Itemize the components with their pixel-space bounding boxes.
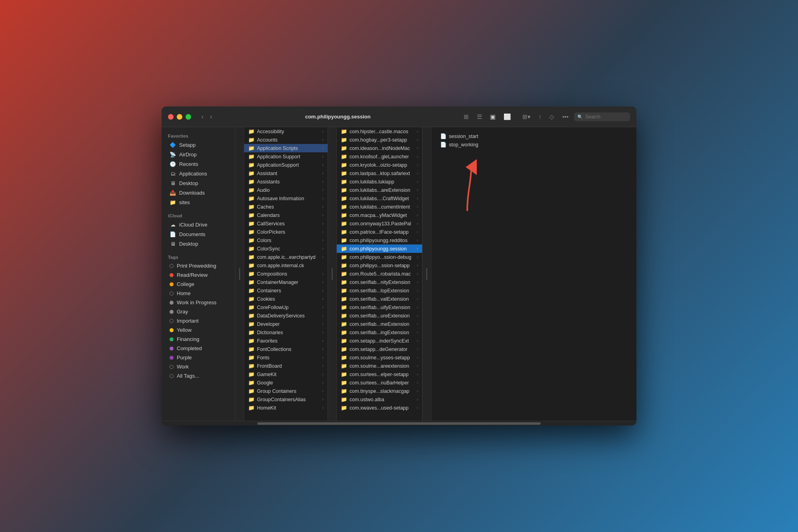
col1-item-accounts[interactable]: 📁 Accounts › bbox=[244, 136, 328, 144]
file-item-session-start[interactable]: 📄 session_start bbox=[436, 132, 482, 140]
col2-item-tinyspe-slackmacgap[interactable]: 📁 com.tinyspe...slackmacgap › bbox=[337, 387, 422, 395]
sidebar-item-airdrop[interactable]: 📡 AirDrop bbox=[163, 150, 233, 159]
sidebar-item-desktop-icloud[interactable]: 🖥 Desktop bbox=[163, 239, 233, 248]
col2-item-philipyo-ssion-setapp[interactable]: 📁 com.philipyo...ssion-setapp › bbox=[337, 261, 422, 270]
sidebar-item-downloads[interactable]: 📥 Downloads bbox=[163, 188, 233, 197]
sidebar-item-recents[interactable]: 🕐 Recents bbox=[163, 159, 233, 169]
col2-item-setapp-indersyncext[interactable]: 📁 com.setapp...inderSyncExt › bbox=[337, 337, 422, 345]
sidebar-item-gray[interactable]: Gray bbox=[163, 307, 233, 316]
sidebar-item-work[interactable]: Work bbox=[163, 362, 233, 371]
col2-item-seriflab-meext[interactable]: 📁 com.seriflab...meExtension › bbox=[337, 320, 422, 328]
col2-item-seriflab-uifyext[interactable]: 📁 com.seriflab...uifyExtension › bbox=[337, 303, 422, 311]
col1-item-favorites[interactable]: 📁 Favorites › bbox=[244, 337, 328, 345]
sidebar-item-read-review[interactable]: Read/Review bbox=[163, 270, 233, 280]
col1-item-com-apple-searchpartyd[interactable]: 📁 com.apple.ic...earchpartyd › bbox=[244, 253, 328, 261]
col1-item-compositions[interactable]: 📁 Compositions › bbox=[244, 270, 328, 278]
col1-item-cookies[interactable]: 📁 Cookies › bbox=[244, 295, 328, 303]
col2-item-route5[interactable]: 📁 com.Route5...robarista.mac › bbox=[337, 270, 422, 278]
sidebar-item-purple[interactable]: Purple bbox=[163, 353, 233, 362]
col1-item-callservices[interactable]: 📁 CallServices › bbox=[244, 219, 328, 228]
scrollbar-thumb[interactable] bbox=[257, 422, 540, 425]
col2-item-knollsoft[interactable]: 📁 com.knollsof...gleLauncher › bbox=[337, 152, 422, 161]
col1-item-fonts[interactable]: 📁 Fonts › bbox=[244, 353, 328, 362]
col2-item-surtees-elper-setapp[interactable]: 📁 com.surtees...elper-setapp › bbox=[337, 370, 422, 378]
col2-item-hogbay[interactable]: 📁 com.hogbay...per3-setapp › bbox=[337, 136, 422, 144]
col1-item-colors[interactable]: 📁 Colors › bbox=[244, 236, 328, 244]
minimize-button[interactable] bbox=[177, 114, 182, 120]
sidebar-item-sites[interactable]: 📁 sites bbox=[163, 197, 233, 207]
col1-item-audio[interactable]: 📁 Audio › bbox=[244, 186, 328, 194]
sidebar-item-home[interactable]: Home bbox=[163, 289, 233, 298]
col2-item-macpa-ymacwidget[interactable]: 📁 com.macpa...yMacWidget › bbox=[337, 211, 422, 219]
col2-item-surtees-nubarhelper[interactable]: 📁 com.surtees...nuBarHelper › bbox=[337, 378, 422, 387]
col2-item-setapp-degenerator[interactable]: 📁 com.setapp...deGenerator › bbox=[337, 345, 422, 353]
col1-item-containermanager[interactable]: 📁 ContainerManager › bbox=[244, 278, 328, 286]
col1-item-datadelivery[interactable]: 📁 DataDeliveryServices › bbox=[244, 311, 328, 320]
col1-item-dictionaries[interactable]: 📁 Dictionaries › bbox=[244, 328, 328, 337]
col2-item-ideason[interactable]: 📁 com.ideason...indNodeMac › bbox=[337, 144, 422, 152]
col1-item-autosave[interactable]: 📁 Autosave Information › bbox=[244, 194, 328, 203]
col1-item-assistants[interactable]: 📁 Assistants › bbox=[244, 177, 328, 186]
column-view-button[interactable]: ▣ bbox=[488, 112, 498, 122]
sidebar-item-print-prewedding[interactable]: Print Prewedding bbox=[163, 261, 233, 270]
col1-item-colorsync[interactable]: 📁 ColorSync › bbox=[244, 244, 328, 253]
col1-item-applicationsupport[interactable]: 📁 ApplicationSupport › bbox=[244, 161, 328, 169]
col1-item-corefollowup[interactable]: 📁 CoreFollowUp › bbox=[244, 303, 328, 311]
col2-item-patrice[interactable]: 📁 com.patrice...tFace-setapp › bbox=[337, 228, 422, 236]
col1-item-gamekit[interactable]: 📁 GameKit › bbox=[244, 370, 328, 378]
col1-item-google[interactable]: 📁 Google › bbox=[244, 378, 328, 387]
col2-item-lukilabs-craftwidget[interactable]: 📁 com.lukilabs....CraftWidget › bbox=[337, 194, 422, 203]
col2-item-hipster[interactable]: 📁 com.hipster...castle.macos › bbox=[337, 127, 422, 136]
col1-item-calendars[interactable]: 📁 Calendars › bbox=[244, 211, 328, 219]
col2-item-seriflab-valext[interactable]: 📁 com.seriflab...valExtension › bbox=[337, 295, 422, 303]
col2-item-philipyoungg-session[interactable]: 📁 com.philipyoungg.session › bbox=[337, 244, 422, 253]
col2-item-lukilabs-lukiapp[interactable]: 📁 com.lukilabs.lukiapp › bbox=[337, 177, 422, 186]
col1-item-group-containers[interactable]: 📁 Group Containers › bbox=[244, 387, 328, 395]
col2-item-kryolok[interactable]: 📁 com.kryolok...oizio-setapp › bbox=[337, 161, 422, 169]
icon-view-button[interactable]: ⊞ bbox=[461, 112, 471, 122]
sidebar-item-icloud-drive[interactable]: ☁ iCloud Drive bbox=[163, 220, 233, 229]
col2-item-lastpass[interactable]: 📁 com.lastpas...ktop.safariext › bbox=[337, 169, 422, 177]
col1-item-frontboard[interactable]: 📁 FrontBoard › bbox=[244, 362, 328, 370]
col1-item-caches[interactable]: 📁 Caches › bbox=[244, 203, 328, 211]
sidebar-item-completed[interactable]: Completed bbox=[163, 344, 233, 353]
more-button[interactable]: ••• bbox=[560, 112, 571, 122]
list-view-button[interactable]: ☰ bbox=[474, 112, 484, 122]
col1-item-com-apple-internal[interactable]: 📁 com.apple.internal.ck bbox=[244, 261, 328, 270]
col2-item-soulme-ysses-setapp[interactable]: 📁 com.soulme...ysses-setapp › bbox=[337, 353, 422, 362]
sidebar-item-financing[interactable]: Financing bbox=[163, 335, 233, 344]
col1-item-application-support[interactable]: 📁 Application Support › bbox=[244, 152, 328, 161]
sidebar-item-yellow[interactable]: Yellow bbox=[163, 325, 233, 335]
sidebar-item-documents[interactable]: 📄 Documents bbox=[163, 229, 233, 239]
close-button[interactable] bbox=[168, 114, 174, 120]
sidebar-item-applications[interactable]: 🗂 Applications bbox=[163, 169, 233, 178]
col1-item-application-scripts[interactable]: 📁 Application Scripts › bbox=[244, 144, 328, 152]
file-item-stop-working[interactable]: 📄 stop_working bbox=[436, 140, 482, 149]
col2-item-seriflab-ingext[interactable]: 📁 com.seriflab...ingExtension › bbox=[337, 328, 422, 337]
sidebar-item-all-tags[interactable]: All Tags... bbox=[163, 371, 233, 380]
col1-item-accessibility[interactable]: 📁 Accessibility › bbox=[244, 127, 328, 136]
sidebar-item-college[interactable]: College bbox=[163, 280, 233, 289]
col2-item-philipyoungg-redditos[interactable]: 📁 com.philipyoungg.redditos › bbox=[337, 236, 422, 244]
col1-item-developer[interactable]: 📁 Developer › bbox=[244, 320, 328, 328]
sidebar-item-important[interactable]: Important bbox=[163, 316, 233, 325]
gallery-view-button[interactable]: ⬜ bbox=[501, 112, 514, 122]
col1-item-colorpickers[interactable]: 📁 ColorPickers › bbox=[244, 228, 328, 236]
sidebar-item-desktop[interactable]: 🖥 Desktop bbox=[163, 178, 233, 188]
forward-button[interactable]: › bbox=[207, 112, 214, 121]
col2-item-lukilabs-areextension[interactable]: 📁 com.lukilabs...areExtension › bbox=[337, 186, 422, 194]
col1-item-homekit[interactable]: 📁 HomeKit › bbox=[244, 404, 328, 412]
col2-item-ustwo-alba[interactable]: 📁 com.ustwo.alba › bbox=[337, 395, 422, 404]
col2-item-philippyo-ssion-debug[interactable]: 📁 com.philippyo...ssion-debug › bbox=[337, 253, 422, 261]
col2-item-seriflab-ureext[interactable]: 📁 com.seriflab...ureExtension › bbox=[337, 311, 422, 320]
col2-item-xwaves-used-setapp[interactable]: 📁 com.xwaves...used-setapp › bbox=[337, 404, 422, 412]
maximize-button[interactable] bbox=[186, 114, 191, 120]
action-menu-button[interactable]: ⊞▾ bbox=[520, 112, 533, 122]
col1-item-groupcontainersalias[interactable]: 📁 GroupContainersAlias › bbox=[244, 395, 328, 404]
col2-item-seriflab-lopext[interactable]: 📁 com.seriflab...lopExtension › bbox=[337, 286, 422, 295]
col2-item-seriflab-nityext[interactable]: 📁 com.seriflab...nityExtension › bbox=[337, 278, 422, 286]
col2-item-lukilabs-cumentintent[interactable]: 📁 com.lukilabs...cumentIntent › bbox=[337, 203, 422, 211]
col2-item-soulme-areext[interactable]: 📁 com.soulme...areextension › bbox=[337, 362, 422, 370]
col1-item-assistant[interactable]: 📁 Assistant › bbox=[244, 169, 328, 177]
col2-item-onmyway[interactable]: 📁 com.onmyway133.PastePal › bbox=[337, 219, 422, 228]
